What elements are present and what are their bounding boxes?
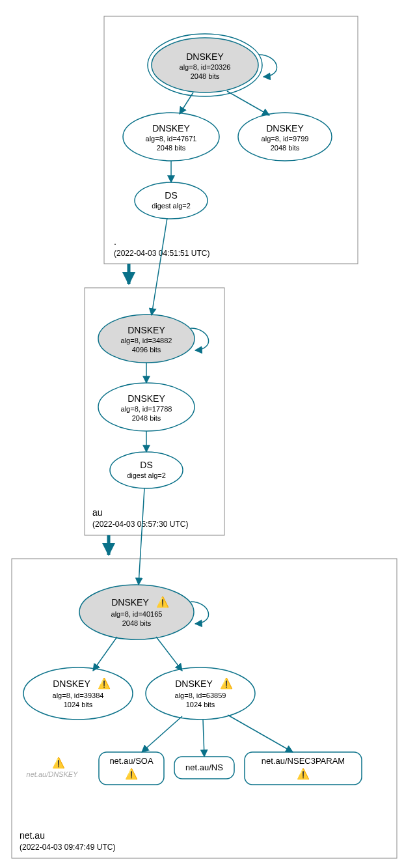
node-netau-zsk1: DNSKEY ⚠️ alg=8, id=39384 1024 bits bbox=[23, 667, 133, 720]
edge bbox=[228, 715, 293, 752]
node-root-zsk1: DNSKEY alg=8, id=47671 2048 bits bbox=[123, 113, 219, 161]
text: 4096 bits bbox=[132, 346, 161, 354]
zone-au-label: au bbox=[92, 507, 103, 518]
text: digest alg=2 bbox=[127, 471, 166, 479]
warning-icon: ⚠️ bbox=[156, 596, 169, 608]
text: alg=8, id=39384 bbox=[53, 692, 104, 699]
node-root-ksk: DNSKEY alg=8, id=20326 2048 bits bbox=[148, 34, 262, 96]
ghost-dnskey-label: net.au/DNSKEY bbox=[27, 770, 79, 778]
text: DNSKEY bbox=[128, 393, 165, 404]
text: DNSKEY bbox=[266, 123, 304, 133]
text: net.au/SOA bbox=[109, 756, 154, 766]
text: alg=8, id=40165 bbox=[111, 610, 163, 618]
node-nsec3: net.au/NSEC3PARAM ⚠️ bbox=[245, 752, 362, 785]
node-root-ds: DS digest alg=2 bbox=[135, 182, 208, 219]
text: DNSKEY bbox=[175, 679, 213, 689]
edge bbox=[93, 637, 117, 671]
text: alg=8, id=34882 bbox=[121, 337, 172, 344]
text: DNSKEY bbox=[128, 325, 165, 335]
warning-icon: ⚠️ bbox=[52, 757, 65, 769]
text: alg=8, id=9799 bbox=[262, 135, 309, 143]
node-au-zsk: DNSKEY alg=8, id=17788 2048 bits bbox=[98, 383, 195, 431]
text: DS bbox=[165, 190, 177, 201]
node-root-zsk2: DNSKEY alg=8, id=9799 2048 bits bbox=[238, 113, 332, 161]
text: 2048 bits bbox=[157, 144, 186, 152]
edge bbox=[203, 720, 204, 757]
edge bbox=[142, 716, 182, 752]
text: 1024 bits bbox=[64, 701, 93, 708]
text: alg=8, id=20326 bbox=[180, 63, 231, 71]
text: alg=8, id=63859 bbox=[175, 692, 226, 699]
warning-icon: ⚠️ bbox=[125, 768, 138, 780]
text: DNSKEY bbox=[111, 597, 149, 608]
text: DNSKEY bbox=[53, 679, 90, 689]
text: 2048 bits bbox=[271, 144, 300, 152]
text: 2048 bits bbox=[191, 72, 220, 80]
svg-point-4 bbox=[135, 182, 208, 219]
text: net.au/NS bbox=[185, 763, 223, 772]
text: net.au/NSEC3PARAM bbox=[262, 756, 345, 766]
warning-icon: ⚠️ bbox=[297, 768, 310, 780]
text: DNSKEY bbox=[186, 51, 224, 62]
edge bbox=[180, 92, 193, 114]
text: 2048 bits bbox=[122, 619, 152, 627]
zone-netau-ts: (2022-04-03 09:47:49 UTC) bbox=[20, 843, 115, 852]
warning-icon: ⚠️ bbox=[220, 677, 233, 690]
node-au-ds: DS digest alg=2 bbox=[110, 452, 183, 488]
node-netau-zsk2: DNSKEY ⚠️ alg=8, id=63859 1024 bits bbox=[146, 667, 255, 720]
zone-netau-label: net.au bbox=[20, 830, 45, 841]
edge bbox=[227, 91, 269, 115]
node-au-ksk: DNSKEY alg=8, id=34882 4096 bits bbox=[98, 315, 195, 363]
dnssec-graph: DNSKEY alg=8, id=20326 2048 bits DNSKEY … bbox=[0, 0, 404, 868]
text: alg=8, id=47671 bbox=[146, 135, 197, 143]
text: 2048 bits bbox=[132, 414, 161, 422]
node-netau-ksk: DNSKEY ⚠️ alg=8, id=40165 2048 bits bbox=[79, 585, 194, 639]
text: alg=8, id=17788 bbox=[121, 405, 172, 413]
node-soa: net.au/SOA ⚠️ bbox=[99, 752, 164, 785]
edge bbox=[156, 637, 182, 671]
svg-point-7 bbox=[110, 452, 183, 488]
zone-au-ts: (2022-04-03 05:57:30 UTC) bbox=[92, 520, 188, 529]
text: digest alg=2 bbox=[152, 202, 191, 210]
text: DNSKEY bbox=[152, 123, 190, 133]
node-ns: net.au/NS bbox=[174, 757, 234, 779]
edge-auds-netauksk bbox=[139, 488, 144, 585]
warning-icon: ⚠️ bbox=[98, 677, 111, 690]
edge-rootds-auksk bbox=[152, 218, 167, 315]
edge-root-ksk-self bbox=[259, 55, 277, 77]
zone-root-label: . bbox=[114, 236, 116, 247]
text: 1024 bits bbox=[186, 701, 215, 708]
text: DS bbox=[140, 460, 152, 470]
